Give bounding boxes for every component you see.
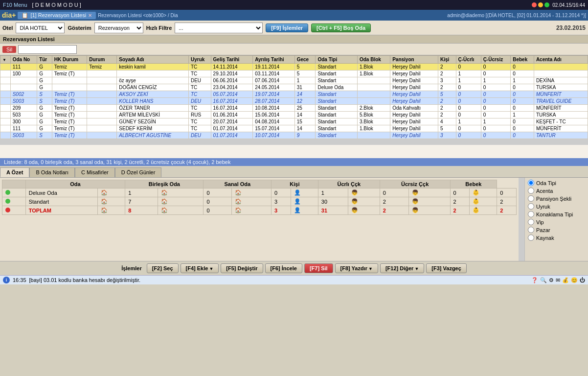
col-acenta[interactable]: Acenta Adı [534,56,588,64]
toolbar: Otel DİA HOTEL Gösterim Rezervasyon Hızl… [0,21,588,35]
col-blok[interactable]: Oda Blok [357,56,390,64]
col-hk[interactable]: HK Durum [52,56,87,64]
tab-rezervasyon[interactable]: 📋 [1] Rezervasyon Listesi ✕ [18,12,96,19]
help-icon[interactable]: ❓ [531,277,538,283]
window-controls[interactable] [532,2,549,7]
table-row[interactable]: 111GTemizTemizkeskin kamilTC14.11.201419… [0,64,588,70]
h-scrollbar[interactable] [0,139,588,145]
f5-degistir-btn[interactable]: [F5] Değiştir [221,263,263,273]
col-ucrli[interactable]: Ç-Ücrlı [456,56,481,64]
top-bar: F10 Menu [ D E M O M O D U ] 02.04.15/16… [0,0,588,10]
islemler-label: İşlemler [121,265,142,271]
title-bar: dia+ 📋 [1] Rezervasyon Listesi ✕ Rezerva… [0,10,588,21]
close-window-btn[interactable] [532,2,537,7]
table-row[interactable]: 111GTemiz (T)SEDEF KERİMTC01.07.201415.0… [0,125,588,132]
radio-pansiyon[interactable]: Pansiyon Şekli [528,195,585,202]
top-bar-left: F10 Menu [ D E M O M O D U ] [3,2,81,8]
f4-ekle-btn[interactable]: [F4] Ekle▼ [181,263,219,273]
app-logo: dia+ [2,11,16,19]
col-sort[interactable]: ▼ [0,56,11,64]
demo-mode: [ D E M O M O D U ] [32,2,81,8]
f2-sec-btn[interactable]: [F2] Seç [147,263,179,273]
gosterim-select[interactable]: Rezervasyon [94,23,143,33]
gosterim-label: Gösterim [68,25,91,31]
sh-bebek: Bebek [450,180,497,188]
info-icon: i [3,277,10,283]
breadcrumb: Rezervasyon Listesi <ote1000> / Dia [98,13,178,18]
table-row[interactable]: S003STemiz (T)ALBRECHT AGUSTİNEDEU01.07.… [0,132,588,139]
col-gece[interactable]: Gece [294,56,316,64]
money-icon[interactable]: 💰 [562,277,569,283]
sh-ucrsiz: Ücrsiz Ççk [380,180,450,188]
search-icon[interactable]: 🔍 [540,277,547,283]
col-ayris[interactable]: Ayrılış Tarihi [253,56,295,64]
sh-oda: Oda [25,180,125,188]
col-bebek[interactable]: Bebek [511,56,534,64]
col-pansiyon[interactable]: Pansiyon [390,56,438,64]
sh-ucrli: Ücrlı Ççk [318,180,380,188]
bottom-tabs: A Özet B Oda Notları C Misafirler D Özel… [0,166,588,178]
filter-bar: Sil [0,44,588,55]
otel-label: Otel [2,25,13,31]
tab-ozel-gunler[interactable]: D Özel Günler [115,167,162,177]
f3-vazgec-btn[interactable]: [F3] Vazgeç [426,263,467,273]
col-durum[interactable]: Durum [87,56,117,64]
sum-oda-tipi: TOPLAM [25,206,98,215]
table-row[interactable]: GDOĞAN CENGİZTC23.04.201424.05.201431Del… [0,84,588,91]
radio-konaklama[interactable]: Konaklama Tipi [528,211,585,217]
otel-select[interactable]: DİA HOTEL [16,23,65,33]
table-area: ▼ Oda No Tür HK Durum Durum Soyadı Adı U… [0,55,588,158]
col-ucrsiz[interactable]: Ç-Ücrsiz [481,56,511,64]
col-oda-tipi[interactable]: Oda Tipi [316,56,358,64]
col-soyad[interactable]: Soyadı Adı [117,56,189,64]
hizli-filtre-label: Hızlı Filtre [146,25,172,31]
table-row[interactable]: S003STemiz (T)KOLLER HANSDEU16.07.201428… [0,98,588,105]
f9-islemler-btn[interactable]: [F9] İşlemler [266,24,308,32]
col-kisi[interactable]: Kişi [438,56,456,64]
table-row[interactable]: 209GTemiz (T)ÖZER TANERTC16.07.201410.08… [0,105,588,112]
table-row[interactable]: S002STemiz (T)AKSOY ZEKİTC05.07.201419.0… [0,91,588,98]
sil-btn[interactable]: Sil [2,46,16,53]
close-tab-btn[interactable]: ✕ [88,13,92,18]
summary-row: Standart🏠7🏠0🏠3👤30👦2👦2👶2 [2,197,517,206]
mail-icon[interactable]: ✉ [556,277,560,283]
tab-oda-notlari[interactable]: B Oda Notları [29,167,75,177]
tab-icon: 📋 [22,12,28,19]
radio-oda-tipi[interactable]: Oda Tipi [528,180,585,186]
col-uyruk[interactable]: Uyruk [188,56,211,64]
f12-diger-btn[interactable]: [F12] Diğer▼ [380,263,424,273]
col-gelis[interactable]: Geliş Tarihi [211,56,253,64]
f10-menu[interactable]: F10 Menu [3,2,27,8]
radio-acenta[interactable]: Acenta [528,188,585,194]
tab-title: [1] Rezervasyon Listesi [30,12,86,18]
tab-misafirler[interactable]: C Misafirler [75,167,115,177]
table-row[interactable]: 503GTemiz (T)ARTEM MİLEVSKİRUS01.06.2014… [0,112,588,118]
table-row[interactable]: 100GTemiz (T)TC29.10.201403.11.20145Stan… [0,70,588,77]
settings-icon[interactable]: ⚙ [549,277,554,283]
power-icon[interactable]: ⏻ [580,277,585,283]
sh-sanal: Sanal Oda [204,180,271,188]
col-tur[interactable]: Tür [37,56,52,64]
radio-uyruk[interactable]: Uyruk [528,203,585,210]
col-oda-no[interactable]: Oda No [10,56,37,64]
f6-incele-btn[interactable]: [F6] İncele [265,263,302,273]
ctrlf5-bos-oda-btn[interactable]: [Ctrl + F5] Boş Oda [311,24,371,32]
minimize-window-btn[interactable] [538,2,543,7]
smile-icon[interactable]: 😊 [571,277,578,283]
f7-sil-btn[interactable]: [F7] Sil [304,263,333,273]
maximize-window-btn[interactable] [544,2,549,7]
summary-scrollbar[interactable] [519,178,524,261]
table-row[interactable]: Göz ayşeDEU06.06.201407.06.20141Standart… [0,77,588,84]
summary-table: Oda Birleşik Oda Sanal Oda Kişi Ücrlı Çç… [2,180,517,215]
hizli-filtre-select[interactable]: ... [175,23,263,33]
radio-kaynak[interactable]: Kaynak [528,235,585,241]
datetime-display: 02.04.15/16:44 [552,2,585,8]
filter-input[interactable] [18,45,77,54]
f8-yazdir-btn[interactable]: [F8] Yazdır▼ [335,263,378,273]
radio-vip[interactable]: Vip [528,219,585,225]
table-row[interactable]: 300GTemiz (T)GÜNEY SEZGİNTC20.07.201404.… [0,118,588,125]
tab-ozet[interactable]: A Özet [0,167,29,177]
radio-pazar[interactable]: Pazar [528,227,585,233]
rezervasyon-table: ▼ Oda No Tür HK Durum Durum Soyadı Adı U… [0,55,588,139]
info-time: 16:35 [13,277,26,283]
